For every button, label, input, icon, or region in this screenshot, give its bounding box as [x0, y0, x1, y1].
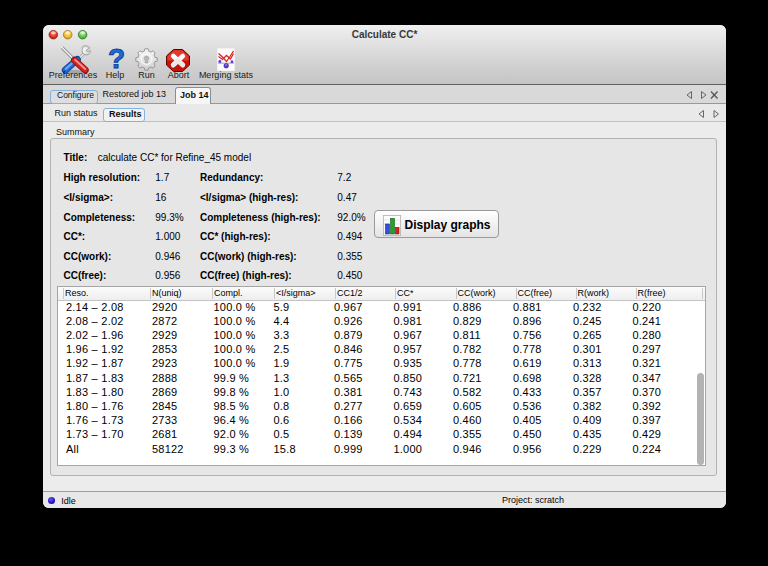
svg-text:?: ? [108, 46, 125, 71]
